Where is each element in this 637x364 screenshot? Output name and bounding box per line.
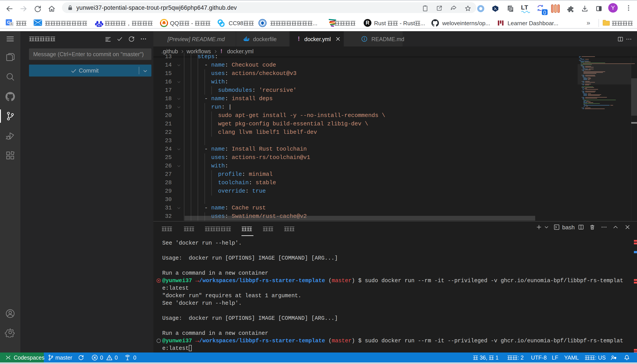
svg-text:du: du xyxy=(98,24,101,26)
